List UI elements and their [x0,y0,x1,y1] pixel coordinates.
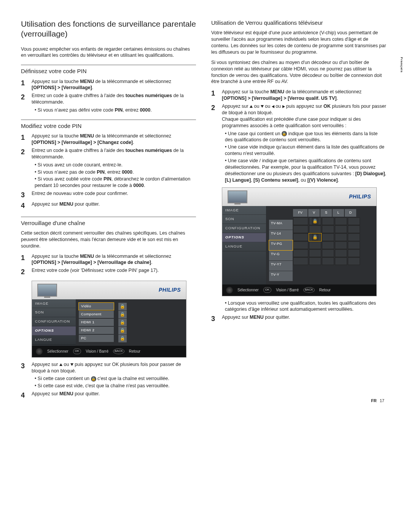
lock-icon: 🔒 [120,335,125,341]
back-icon: BACK [303,287,315,293]
brand-logo: PHILIPS [349,193,371,200]
lock-icon: 🔒 [282,131,287,136]
up-arrow-icon [59,363,62,366]
page-footer: FR17 [371,398,384,404]
tv-icon [37,284,57,297]
back-icon: BACK [113,348,124,354]
down-arrow-icon [70,363,73,366]
tv-screenshot-channel-lock: PHILIPS IMAGE SON CONFIGURATION OPTIONS … [32,281,186,358]
right-arrow-icon [282,105,285,108]
lock-icon: 🔒 [312,218,318,224]
dpad-icon [226,287,233,294]
dpad-icon [36,348,43,355]
step-text: Appuyez sur la touche MENU de la télécom… [32,78,196,91]
intro-paragraph: Vous pouvez empêcher vos enfants de rega… [21,46,196,59]
section-channel-lock: Verrouillage d'une chaîne [21,217,196,227]
lock-icon: 🔒 [120,328,125,333]
step-number: 2 [21,93,32,102]
down-arrow-icon [261,105,264,108]
lock-icon: 🔒 [120,312,125,317]
lock-icon: 🔒 [120,320,125,325]
language-side-tab: Français [399,57,403,73]
ok-icon: OK [263,287,272,293]
step-number: 1 [21,78,32,88]
left-column: Utilisation des fonctions de surveillanc… [21,19,196,401]
lock-icon: 🔒 [312,234,318,240]
tv-screenshot-ratings-lock: PHILIPS IMAGE SON CONFIGURATION OPTIONS … [222,187,377,296]
up-arrow-icon [250,105,253,108]
main-heading: Utilisation des fonctions de surveillanc… [21,19,196,39]
section-define-pin: Définissez votre code PIN [21,65,196,75]
section-tv-ratings-lock: Utilisation de Verrou qualifications tél… [211,19,386,27]
left-arrow-icon [272,105,274,108]
tv-menu-sidebar: IMAGE SON CONFIGURATION OPTIONS LANGUE [222,206,266,284]
bullet-list: Si vous n'avez pas défini votre code PIN… [35,107,196,113]
brand-logo: PHILIPS [159,286,181,294]
tv-menu-sidebar: IMAGE SON CONFIGURATION OPTIONS LANGUE [32,299,76,346]
section-modify-pin: Modifiez votre code PIN [21,120,196,130]
lock-icon: 🔒 [120,304,125,309]
tv-icon [228,190,247,203]
right-column: Utilisation de Verrou qualifications tél… [211,19,386,401]
lock-icon: 🔒 [91,376,96,382]
ok-icon: OK [73,348,81,354]
step-text: Entrez un code à quatre chiffres à l'aid… [32,93,196,105]
